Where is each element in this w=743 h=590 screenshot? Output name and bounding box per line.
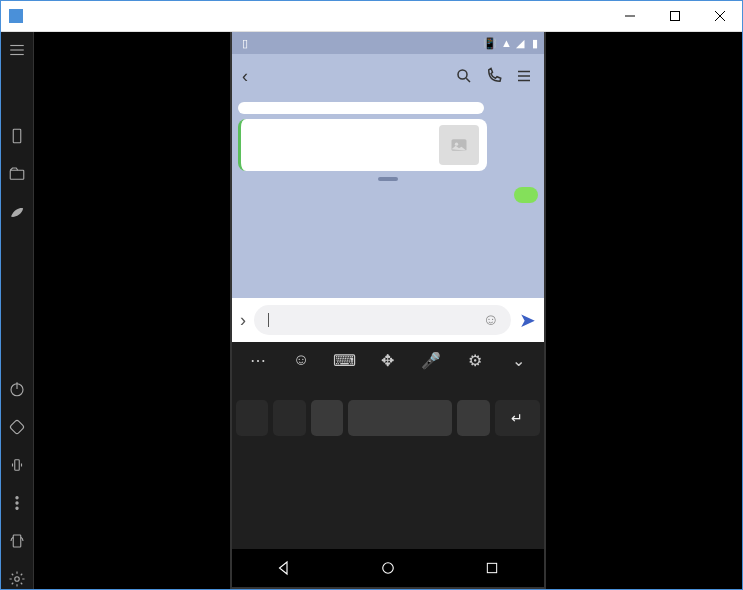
svg-point-17 [15, 577, 20, 582]
android-statusbar: ▯ 📳 ▲ ◢ ▮ [232, 32, 544, 54]
titlebar [1, 1, 742, 32]
key-enter[interactable]: ↵ [495, 400, 540, 436]
back-button[interactable]: ‹ [242, 66, 248, 87]
sent-bubble[interactable] [514, 187, 538, 203]
power-icon[interactable] [7, 379, 27, 399]
volume-icon[interactable] [7, 455, 27, 475]
message-input-bar: › ☺ ➤ [232, 298, 544, 342]
svg-point-25 [383, 563, 394, 574]
text-caret [268, 313, 269, 327]
emoji-button[interactable]: ☺ [483, 311, 499, 329]
search-icon[interactable] [454, 66, 474, 86]
key-comma[interactable] [311, 400, 343, 436]
maximize-button[interactable] [652, 1, 697, 31]
kbd-mic-icon[interactable]: 🎤 [420, 349, 442, 371]
svg-rect-11 [10, 420, 25, 435]
kbd-settings-icon[interactable]: ⚙ [464, 349, 486, 371]
nav-recent[interactable] [482, 558, 502, 578]
key-space[interactable] [348, 400, 452, 436]
send-button[interactable]: ➤ [519, 308, 536, 332]
files-icon[interactable] [7, 164, 27, 184]
date-separator [378, 177, 398, 181]
app-icon [9, 9, 23, 23]
chat-header: ‹ [232, 54, 544, 98]
app-body: ▯ 📳 ▲ ◢ ▮ ‹ [1, 32, 742, 589]
phone-icon[interactable] [7, 126, 27, 146]
kbd-emoji-icon[interactable]: ☺ [290, 349, 312, 371]
more-icon[interactable] [7, 493, 27, 513]
expand-button[interactable]: › [240, 310, 246, 331]
svg-point-18 [458, 70, 467, 79]
keyboard-toolbar: ⋯ ☺ ⌨ ✥ 🎤 ⚙ ⌄ [232, 342, 544, 378]
android-navbar [232, 549, 544, 587]
soft-keyboard: ⋯ ☺ ⌨ ✥ 🎤 ⚙ ⌄ [232, 342, 544, 549]
message-input[interactable]: ☺ [254, 305, 511, 335]
card-thumbnail [439, 125, 479, 165]
status-notif-icon: ▯ [242, 37, 248, 50]
menu-icon[interactable] [7, 40, 27, 60]
keyboard-rows: ↵ [232, 378, 544, 549]
leaf-icon[interactable] [7, 202, 27, 222]
rotate-icon[interactable] [7, 417, 27, 437]
phone-screen: ▯ 📳 ▲ ◢ ▮ ‹ [230, 32, 546, 589]
key-numbers[interactable] [273, 400, 305, 436]
signal-icon: ◢ [516, 37, 524, 50]
wifi-icon: ▲ [501, 37, 512, 49]
svg-point-13 [16, 497, 18, 499]
kbd-layout-icon[interactable]: ⌨ [334, 349, 356, 371]
chat-body[interactable] [232, 98, 544, 298]
key-period[interactable] [457, 400, 489, 436]
svg-point-24 [455, 143, 458, 146]
call-icon[interactable] [484, 66, 504, 86]
settings-icon[interactable] [7, 569, 27, 589]
link-bubble[interactable] [238, 102, 484, 114]
battery-icon: ▮ [532, 37, 538, 50]
left-toolbar [1, 32, 34, 589]
incoming-row [238, 102, 538, 171]
outgoing-row [238, 187, 538, 203]
nav-back[interactable] [274, 558, 294, 578]
svg-rect-8 [10, 170, 24, 179]
svg-point-15 [16, 507, 18, 509]
svg-rect-12 [15, 460, 20, 471]
svg-rect-16 [13, 535, 21, 547]
svg-rect-26 [487, 563, 496, 572]
svg-line-19 [466, 78, 470, 82]
kbd-collapse-icon[interactable]: ⌄ [507, 349, 529, 371]
chat-menu-icon[interactable] [514, 66, 534, 86]
vibrate-icon: 📳 [483, 37, 497, 50]
svg-point-14 [16, 502, 18, 504]
kbd-cursor-icon[interactable]: ✥ [377, 349, 399, 371]
window-controls [607, 1, 742, 31]
svg-rect-7 [13, 129, 21, 143]
link-preview-card[interactable] [238, 119, 487, 171]
phone-mirror-area: ▯ 📳 ▲ ◢ ▮ ‹ [34, 32, 742, 589]
nav-home[interactable] [378, 558, 398, 578]
key-symbols[interactable] [236, 400, 268, 436]
app-window: ▯ 📳 ▲ ◢ ▮ ‹ [0, 0, 743, 590]
close-button[interactable] [697, 1, 742, 31]
minimize-button[interactable] [607, 1, 652, 31]
key-row-bottom: ↵ [236, 400, 540, 436]
svg-rect-1 [670, 12, 679, 21]
kbd-menu-icon[interactable]: ⋯ [247, 349, 269, 371]
cast-icon[interactable] [7, 531, 27, 551]
